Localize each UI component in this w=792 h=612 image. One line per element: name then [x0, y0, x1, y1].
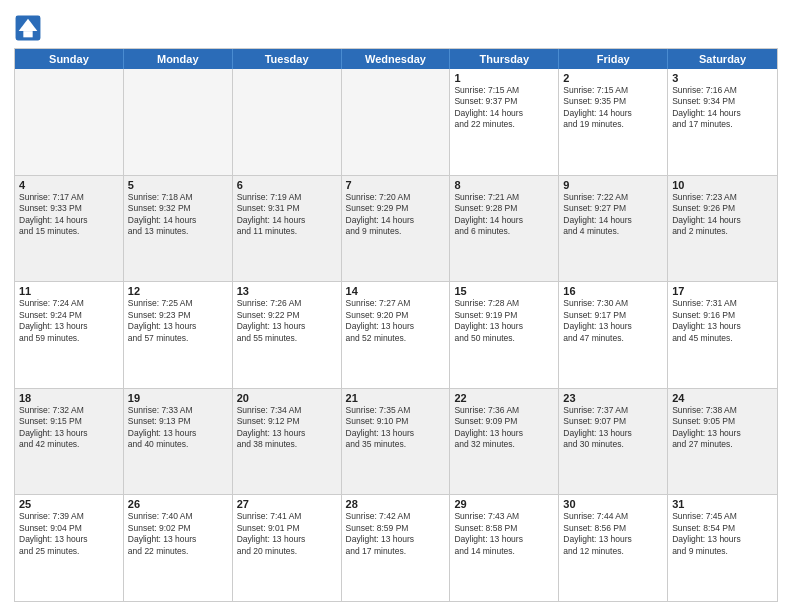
day-number: 18	[19, 392, 119, 404]
cell-info: Sunrise: 7:28 AMSunset: 9:19 PMDaylight:…	[454, 298, 554, 344]
table-row: 18Sunrise: 7:32 AMSunset: 9:15 PMDayligh…	[15, 389, 124, 495]
cell-info: Sunrise: 7:40 AMSunset: 9:02 PMDaylight:…	[128, 511, 228, 557]
calendar-body: 1Sunrise: 7:15 AMSunset: 9:37 PMDaylight…	[15, 69, 777, 601]
table-row: 5Sunrise: 7:18 AMSunset: 9:32 PMDaylight…	[124, 176, 233, 282]
table-row: 2Sunrise: 7:15 AMSunset: 9:35 PMDaylight…	[559, 69, 668, 175]
cell-info: Sunrise: 7:21 AMSunset: 9:28 PMDaylight:…	[454, 192, 554, 238]
table-row: 9Sunrise: 7:22 AMSunset: 9:27 PMDaylight…	[559, 176, 668, 282]
cell-info: Sunrise: 7:26 AMSunset: 9:22 PMDaylight:…	[237, 298, 337, 344]
day-number: 22	[454, 392, 554, 404]
table-row: 3Sunrise: 7:16 AMSunset: 9:34 PMDaylight…	[668, 69, 777, 175]
cell-info: Sunrise: 7:33 AMSunset: 9:13 PMDaylight:…	[128, 405, 228, 451]
cell-info: Sunrise: 7:30 AMSunset: 9:17 PMDaylight:…	[563, 298, 663, 344]
cell-info: Sunrise: 7:38 AMSunset: 9:05 PMDaylight:…	[672, 405, 773, 451]
calendar-header: SundayMondayTuesdayWednesdayThursdayFrid…	[15, 49, 777, 69]
table-row	[233, 69, 342, 175]
table-row: 29Sunrise: 7:43 AMSunset: 8:58 PMDayligh…	[450, 495, 559, 601]
table-row: 17Sunrise: 7:31 AMSunset: 9:16 PMDayligh…	[668, 282, 777, 388]
cell-info: Sunrise: 7:44 AMSunset: 8:56 PMDaylight:…	[563, 511, 663, 557]
table-row: 12Sunrise: 7:25 AMSunset: 9:23 PMDayligh…	[124, 282, 233, 388]
cell-info: Sunrise: 7:41 AMSunset: 9:01 PMDaylight:…	[237, 511, 337, 557]
table-row: 8Sunrise: 7:21 AMSunset: 9:28 PMDaylight…	[450, 176, 559, 282]
cell-info: Sunrise: 7:34 AMSunset: 9:12 PMDaylight:…	[237, 405, 337, 451]
table-row: 20Sunrise: 7:34 AMSunset: 9:12 PMDayligh…	[233, 389, 342, 495]
day-number: 14	[346, 285, 446, 297]
logo-icon	[14, 14, 42, 42]
table-row	[124, 69, 233, 175]
day-number: 26	[128, 498, 228, 510]
table-row: 16Sunrise: 7:30 AMSunset: 9:17 PMDayligh…	[559, 282, 668, 388]
day-number: 23	[563, 392, 663, 404]
day-number: 21	[346, 392, 446, 404]
week-row-4: 25Sunrise: 7:39 AMSunset: 9:04 PMDayligh…	[15, 494, 777, 601]
week-row-0: 1Sunrise: 7:15 AMSunset: 9:37 PMDaylight…	[15, 69, 777, 175]
day-number: 2	[563, 72, 663, 84]
cell-info: Sunrise: 7:25 AMSunset: 9:23 PMDaylight:…	[128, 298, 228, 344]
day-number: 12	[128, 285, 228, 297]
svg-rect-2	[23, 31, 32, 37]
day-number: 4	[19, 179, 119, 191]
cell-info: Sunrise: 7:19 AMSunset: 9:31 PMDaylight:…	[237, 192, 337, 238]
table-row: 27Sunrise: 7:41 AMSunset: 9:01 PMDayligh…	[233, 495, 342, 601]
table-row: 7Sunrise: 7:20 AMSunset: 9:29 PMDaylight…	[342, 176, 451, 282]
table-row	[342, 69, 451, 175]
day-header-tuesday: Tuesday	[233, 49, 342, 69]
week-row-1: 4Sunrise: 7:17 AMSunset: 9:33 PMDaylight…	[15, 175, 777, 282]
day-number: 25	[19, 498, 119, 510]
table-row: 23Sunrise: 7:37 AMSunset: 9:07 PMDayligh…	[559, 389, 668, 495]
table-row	[15, 69, 124, 175]
cell-info: Sunrise: 7:37 AMSunset: 9:07 PMDaylight:…	[563, 405, 663, 451]
table-row: 21Sunrise: 7:35 AMSunset: 9:10 PMDayligh…	[342, 389, 451, 495]
day-number: 11	[19, 285, 119, 297]
table-row: 30Sunrise: 7:44 AMSunset: 8:56 PMDayligh…	[559, 495, 668, 601]
cell-info: Sunrise: 7:24 AMSunset: 9:24 PMDaylight:…	[19, 298, 119, 344]
table-row: 19Sunrise: 7:33 AMSunset: 9:13 PMDayligh…	[124, 389, 233, 495]
cell-info: Sunrise: 7:16 AMSunset: 9:34 PMDaylight:…	[672, 85, 773, 131]
table-row: 22Sunrise: 7:36 AMSunset: 9:09 PMDayligh…	[450, 389, 559, 495]
cell-info: Sunrise: 7:42 AMSunset: 8:59 PMDaylight:…	[346, 511, 446, 557]
cell-info: Sunrise: 7:27 AMSunset: 9:20 PMDaylight:…	[346, 298, 446, 344]
cell-info: Sunrise: 7:23 AMSunset: 9:26 PMDaylight:…	[672, 192, 773, 238]
table-row: 25Sunrise: 7:39 AMSunset: 9:04 PMDayligh…	[15, 495, 124, 601]
table-row: 13Sunrise: 7:26 AMSunset: 9:22 PMDayligh…	[233, 282, 342, 388]
cell-info: Sunrise: 7:36 AMSunset: 9:09 PMDaylight:…	[454, 405, 554, 451]
cell-info: Sunrise: 7:22 AMSunset: 9:27 PMDaylight:…	[563, 192, 663, 238]
table-row: 6Sunrise: 7:19 AMSunset: 9:31 PMDaylight…	[233, 176, 342, 282]
table-row: 11Sunrise: 7:24 AMSunset: 9:24 PMDayligh…	[15, 282, 124, 388]
week-row-3: 18Sunrise: 7:32 AMSunset: 9:15 PMDayligh…	[15, 388, 777, 495]
day-number: 9	[563, 179, 663, 191]
cell-info: Sunrise: 7:35 AMSunset: 9:10 PMDaylight:…	[346, 405, 446, 451]
day-number: 29	[454, 498, 554, 510]
table-row: 4Sunrise: 7:17 AMSunset: 9:33 PMDaylight…	[15, 176, 124, 282]
table-row: 15Sunrise: 7:28 AMSunset: 9:19 PMDayligh…	[450, 282, 559, 388]
day-number: 30	[563, 498, 663, 510]
logo	[14, 14, 46, 42]
day-number: 27	[237, 498, 337, 510]
day-number: 6	[237, 179, 337, 191]
day-header-wednesday: Wednesday	[342, 49, 451, 69]
day-number: 8	[454, 179, 554, 191]
day-number: 3	[672, 72, 773, 84]
day-number: 10	[672, 179, 773, 191]
cell-info: Sunrise: 7:20 AMSunset: 9:29 PMDaylight:…	[346, 192, 446, 238]
day-number: 24	[672, 392, 773, 404]
day-number: 1	[454, 72, 554, 84]
day-number: 17	[672, 285, 773, 297]
day-header-monday: Monday	[124, 49, 233, 69]
day-header-thursday: Thursday	[450, 49, 559, 69]
calendar: SundayMondayTuesdayWednesdayThursdayFrid…	[14, 48, 778, 602]
day-number: 16	[563, 285, 663, 297]
cell-info: Sunrise: 7:31 AMSunset: 9:16 PMDaylight:…	[672, 298, 773, 344]
header	[14, 10, 778, 42]
cell-info: Sunrise: 7:17 AMSunset: 9:33 PMDaylight:…	[19, 192, 119, 238]
cell-info: Sunrise: 7:39 AMSunset: 9:04 PMDaylight:…	[19, 511, 119, 557]
table-row: 28Sunrise: 7:42 AMSunset: 8:59 PMDayligh…	[342, 495, 451, 601]
table-row: 26Sunrise: 7:40 AMSunset: 9:02 PMDayligh…	[124, 495, 233, 601]
day-number: 7	[346, 179, 446, 191]
day-number: 31	[672, 498, 773, 510]
day-number: 15	[454, 285, 554, 297]
table-row: 10Sunrise: 7:23 AMSunset: 9:26 PMDayligh…	[668, 176, 777, 282]
page: SundayMondayTuesdayWednesdayThursdayFrid…	[0, 0, 792, 612]
day-number: 20	[237, 392, 337, 404]
day-number: 13	[237, 285, 337, 297]
